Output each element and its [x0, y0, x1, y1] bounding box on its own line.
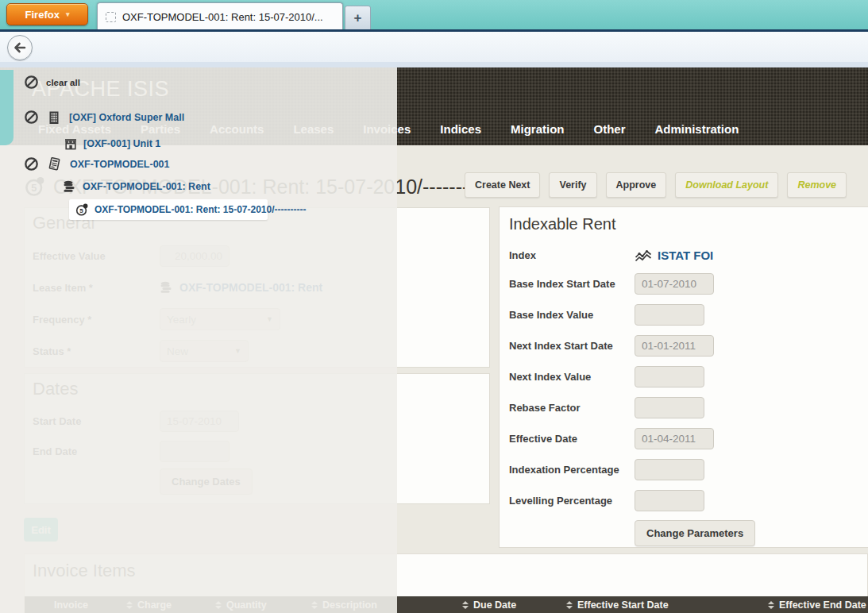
column-due-date[interactable]: Due Date — [462, 596, 516, 613]
tab-title: OXF-TOPMODEL-001: Rent: 15-07-2010/... — [122, 11, 323, 23]
firefox-menu-button[interactable]: Firefox ▾ — [6, 3, 88, 25]
base-index-value-row: Base Index Value — [509, 299, 862, 330]
effective-date-row: Effective Date — [509, 423, 862, 454]
base-index-value-field[interactable] — [635, 304, 704, 326]
bookmark-link-lease[interactable]: OXF-TOPMODEL-001 — [70, 159, 169, 170]
rebase-factor-row: Rebase Factor — [509, 392, 862, 423]
bookmark-row: [OXF-001] Unit 1 — [64, 137, 160, 151]
clear-all-label[interactable]: clear all — [46, 78, 80, 87]
calculator-icon — [47, 156, 62, 172]
clear-all-row: clear all — [24, 75, 80, 90]
next-index-value-field[interactable] — [635, 366, 704, 387]
indexable-rent-heading: Indexable Rent — [509, 215, 862, 233]
chevron-down-icon: ▾ — [66, 10, 70, 18]
chrome-bottom-strip — [0, 62, 868, 67]
nav-item-administration[interactable]: Administration — [655, 122, 739, 136]
indexation-percentage-field[interactable] — [635, 459, 704, 480]
nav-item-migration[interactable]: Migration — [511, 122, 565, 136]
back-button[interactable] — [7, 35, 33, 60]
index-chart-icon — [635, 249, 652, 262]
svg-text:5: 5 — [79, 206, 83, 214]
sort-icon — [462, 601, 469, 609]
bookmarks-overlay: clear all [OXF] Oxford Super Mall [OXF-0… — [0, 67, 397, 613]
levelling-percentage-row: Levelling Percentage — [509, 485, 862, 516]
base-index-start-date-field[interactable] — [635, 273, 714, 295]
indexable-rent-panel: Indexable Rent Index ISTAT FOI Base Inde… — [499, 206, 868, 548]
bookmark-link-lease-item[interactable]: OXF-TOPMODEL-001: Rent — [83, 181, 210, 192]
action-bar: Create Next Verify Approve Download Layo… — [465, 172, 847, 198]
browser-urlbar: localhost:8080/wicket/entity/org.estatio… — [0, 32, 868, 62]
bookmark-row-selected[interactable]: 5 OXF-TOPMODEL-001: Rent: 15-07-2010/---… — [69, 199, 268, 220]
index-link[interactable]: ISTAT FOI — [635, 249, 713, 262]
panel-edge-strip — [0, 70, 14, 145]
coins-icon — [63, 179, 77, 194]
indexation-percentage-row: Indexation Percentage — [509, 454, 862, 485]
favicon-placeholder-icon — [106, 12, 116, 22]
next-index-value-row: Next Index Value — [509, 361, 862, 392]
bookmark-row: [OXF] Oxford Super Mall — [24, 110, 184, 125]
ban-icon[interactable] — [24, 156, 39, 172]
bookmark-link-lease-term[interactable]: OXF-TOPMODEL-001: Rent: 15-07-2010/-----… — [95, 204, 306, 215]
ban-icon[interactable] — [24, 110, 39, 125]
bookmark-link-property[interactable]: [OXF] Oxford Super Mall — [69, 112, 184, 123]
bookmark-row: OXF-TOPMODEL-001: Rent — [63, 179, 210, 194]
bookmark-row: OXF-TOPMODEL-001 — [24, 156, 169, 172]
nav-item-indices[interactable]: Indices — [440, 122, 481, 136]
sort-icon — [566, 601, 573, 609]
approve-button[interactable]: Approve — [606, 172, 667, 198]
nav-item-other[interactable]: Other — [593, 122, 625, 136]
remove-button[interactable]: Remove — [787, 172, 847, 198]
column-effective-start-date[interactable]: Effective Start Date — [566, 596, 669, 613]
download-layout-button[interactable]: Download Layout — [675, 172, 778, 198]
new-tab-button[interactable]: + — [345, 6, 371, 30]
effective-date-field[interactable] — [635, 428, 714, 449]
next-index-start-date-row: Next Index Start Date — [509, 330, 862, 361]
levelling-percentage-field[interactable] — [635, 490, 704, 511]
bookmark-link-unit[interactable]: [OXF-001] Unit 1 — [83, 138, 160, 149]
index-row: Index ISTAT FOI — [509, 241, 862, 268]
change-parameters-button[interactable]: Change Parameters — [635, 520, 755, 546]
building-icon — [47, 110, 61, 125]
browser-tab[interactable]: OXF-TOPMODEL-001: Rent: 15-07-2010/... — [97, 2, 343, 30]
verify-button[interactable]: Verify — [549, 172, 596, 198]
base-index-start-date-row: Base Index Start Date — [509, 268, 862, 299]
firefox-menu-label: Firefox — [25, 9, 60, 21]
next-index-start-date-field[interactable] — [635, 335, 714, 357]
rebase-factor-field[interactable] — [635, 397, 704, 418]
ban-icon[interactable] — [24, 75, 39, 90]
browser-titlebar: Firefox ▾ OXF-TOPMODEL-001: Rent: 15-07-… — [0, 0, 868, 29]
screen: Firefox ▾ OXF-TOPMODEL-001: Rent: 15-07-… — [0, 0, 868, 613]
lease-term-icon: 5 — [75, 203, 88, 217]
sort-icon — [768, 601, 774, 609]
shop-icon — [64, 137, 78, 151]
column-effective-end-date[interactable]: Effective End Date — [768, 596, 866, 613]
create-next-button[interactable]: Create Next — [465, 172, 540, 198]
